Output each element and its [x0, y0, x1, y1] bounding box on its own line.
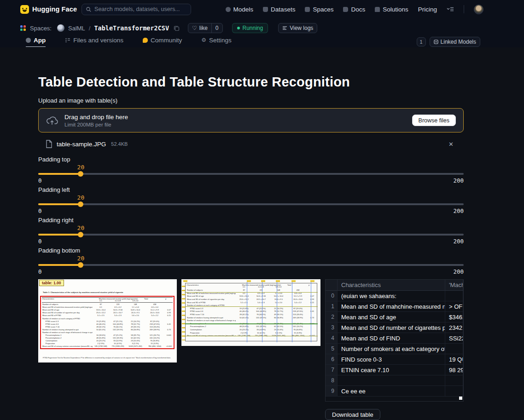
- like-button[interactable]: ♡ like: [188, 23, 211, 33]
- ocr-dataframe[interactable]: Characteristics 'Machine- 0(euian we sah…: [325, 279, 464, 402]
- slider-min: 0: [38, 268, 42, 275]
- logs-icon: [282, 26, 287, 30]
- nav-divider: [464, 5, 464, 13]
- slider-fill: [38, 173, 81, 175]
- slider-track[interactable]: [38, 173, 464, 175]
- slider-thumb[interactable]: [78, 262, 83, 268]
- row-separator-line: [185, 336, 318, 336]
- row-separator-line: [185, 323, 318, 324]
- dropzone-text: Drag and drop file here: [64, 114, 406, 121]
- file-icon: [46, 140, 52, 148]
- nav-datasets[interactable]: Datasets: [263, 6, 295, 13]
- row-markers: [182, 286, 185, 340]
- search-input[interactable]: Search models, datasets, users...: [82, 4, 191, 15]
- padding-slider: Padding bottom 20 0 200: [38, 247, 464, 276]
- scan-caption: Table 1: Characteristics of the subjects…: [43, 291, 173, 293]
- space-header: Spaces: SalML / TableTransformer2CSV ♡ l…: [0, 18, 524, 35]
- more-menu-icon: [447, 6, 454, 12]
- copy-icon[interactable]: [174, 25, 180, 31]
- slider-thumb[interactable]: [78, 171, 83, 177]
- page-title: Table Detection and Table Structure Reco…: [38, 75, 464, 90]
- dropzone-limit-text: Limit 200MB per file: [64, 122, 406, 127]
- scan-table-row: Preparation2 (2.3%)10 (4.5%)3 (2.1%)15 (…: [186, 331, 316, 334]
- scan-rows: Number of subjects87223148458 Mean and S…: [42, 303, 173, 348]
- model-cube-icon: [434, 40, 438, 44]
- scan-table-row: Contemplation20 (23.2%)33 (14.9%)23 (15.…: [186, 328, 316, 332]
- table-row: 1Mean and SD of mahchine-measured nicoti…: [326, 301, 463, 312]
- slider-fill: [38, 264, 81, 266]
- slider-value: 20: [77, 164, 85, 171]
- slider-min: 0: [38, 207, 42, 214]
- files-icon: [65, 38, 70, 43]
- more-menu-button[interactable]: [447, 6, 454, 12]
- slider-min: 0: [38, 177, 42, 184]
- slider-value: 20: [77, 194, 85, 201]
- tab-community[interactable]: Community: [143, 37, 182, 47]
- column-separator-line: [311, 282, 311, 342]
- nav-solutions[interactable]: Solutions: [375, 6, 408, 13]
- padding-slider: Padding left 20 0 200: [38, 186, 464, 215]
- slider-track[interactable]: [38, 234, 464, 236]
- like-button-group: ♡ like 0: [188, 23, 222, 33]
- top-navbar: Hugging Face Search models, datasets, us…: [0, 0, 524, 18]
- slider-label: Padding bottom: [38, 247, 464, 254]
- linked-models-button[interactable]: Linked Models: [430, 37, 480, 47]
- slider-fill: [38, 234, 81, 236]
- tab-settings[interactable]: ⚙ Settings: [201, 37, 232, 47]
- view-logs-button[interactable]: View logs: [278, 23, 317, 33]
- running-status-badge[interactable]: Running: [232, 23, 268, 33]
- row-separator-line: [185, 306, 318, 307]
- slider-value: 20: [77, 224, 85, 231]
- search-icon: [86, 7, 91, 12]
- slider-thumb[interactable]: [78, 232, 83, 237]
- slider-track[interactable]: [38, 264, 464, 266]
- padding-slider: Padding top 20 0 200: [38, 156, 464, 184]
- owner-avatar[interactable]: [57, 24, 64, 32]
- browse-files-button[interactable]: Browse files: [412, 115, 456, 126]
- huggingface-home-link[interactable]: Hugging Face: [20, 5, 77, 14]
- padding-sliders: Padding top 20 0 200 Padding left: [38, 156, 464, 276]
- app-icon: [26, 38, 31, 43]
- close-icon: ✕: [448, 141, 454, 148]
- table-row: 3Mean and SD of number of cigarettes per…: [326, 322, 463, 333]
- streamlit-app-frame: Table Detection and Table Structure Reco…: [0, 47, 524, 420]
- scan-table-row: Number of smokers having attempted to qu…: [186, 316, 316, 319]
- like-count[interactable]: 0: [211, 23, 222, 33]
- remove-file-button[interactable]: ✕: [446, 141, 456, 148]
- row-separator-line: [185, 292, 318, 293]
- tab-files-and-versions[interactable]: Files and versions: [65, 37, 123, 47]
- nav-docs[interactable]: Docs: [343, 6, 365, 13]
- models-icon: [226, 7, 231, 12]
- user-avatar[interactable]: [474, 5, 483, 14]
- slider-thumb[interactable]: [78, 201, 83, 207]
- nav-spaces[interactable]: Spaces: [305, 6, 333, 13]
- table-row: 4Mean and SD of FINDSSi225: [326, 333, 463, 344]
- dataframe-resize-handle[interactable]: [459, 397, 462, 400]
- slider-track[interactable]: [38, 203, 464, 205]
- scan-table-row: Mean and SD of number of cigarettes per …: [186, 298, 316, 301]
- download-table-button[interactable]: Download table: [325, 409, 380, 420]
- column-separator-line: [262, 282, 262, 342]
- status-dot-icon: [237, 27, 240, 29]
- table-structure-image: Characteristics Machine-measured nicotin…: [181, 279, 320, 346]
- ocr-result-column: Characteristics 'Machine- 0(euian we sah…: [325, 279, 464, 420]
- space-name-link[interactable]: TableTransformer2CSV: [94, 24, 169, 32]
- scan-table-row: Mean and SD of age53.6 ± 10.450.6 ± 9.34…: [186, 295, 316, 298]
- column-separator-line: [292, 282, 292, 342]
- nav-models[interactable]: Models: [226, 6, 254, 13]
- scan-footnote: FTND:Fagerstrom Test for Nicotine Depend…: [43, 357, 172, 360]
- tab-app[interactable]: App: [26, 37, 46, 47]
- file-dropzone[interactable]: Drag and drop file here Limit 200MB per …: [38, 108, 464, 132]
- community-icon: [143, 38, 148, 43]
- spaces-grid-icon: [20, 25, 26, 31]
- slider-value: 20: [77, 255, 85, 262]
- linked-models-count[interactable]: 1: [417, 37, 426, 46]
- table-row: 5Number of smokers at each category of F…: [326, 344, 463, 354]
- table-row: 9Ce ee ee: [326, 386, 463, 397]
- column-separator-line: [277, 282, 277, 342]
- solutions-icon: [375, 7, 380, 12]
- nav-pricing[interactable]: Pricing: [418, 6, 437, 13]
- slider-max: 200: [453, 207, 464, 214]
- header-index: [326, 280, 338, 291]
- owner-link[interactable]: SalML: [68, 25, 85, 32]
